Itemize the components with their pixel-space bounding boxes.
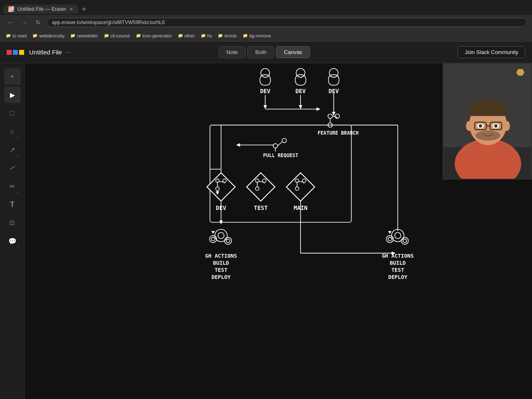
canvas-view-button[interactable]: Canvas [276,46,310,58]
bookmark-newsletter[interactable]: 📁 newsletter [68,32,100,39]
forward-button[interactable]: → [19,18,30,27]
bookmark-bg-remove[interactable]: 📁 bg-remove [240,32,274,39]
svg-text:DEPLOY: DEPLOY [388,274,407,280]
circle-icon: ○ [10,127,15,136]
svg-text:GH ACTIONS: GH ACTIONS [205,253,237,259]
text-icon: T [10,200,15,209]
bookmark-label: bg-remove [249,33,271,38]
bookmark-webdevcody[interactable]: 📁 webdevcody [30,32,67,39]
folder-icon: 📁 [201,33,206,38]
text-tool-button[interactable]: T t [4,196,21,213]
folder-icon: 📁 [6,33,11,38]
browser-tab[interactable]: Untitled File — Eraser ✕ [3,5,78,14]
bookmark-hs[interactable]: 📁 hs [198,32,215,39]
folder-icon: 📁 [243,33,248,38]
note-view-button[interactable]: Note [219,46,246,58]
main-layout: + ▶ v □ r ○ o ↗ a / l ✏ [0,63,532,399]
logo-blue [13,50,18,55]
svg-point-96 [503,121,510,131]
svg-point-95 [466,121,473,131]
video-overlay [443,63,532,180]
svg-text:GH ACTIONS: GH ACTIONS [382,253,414,259]
circle-tool-button[interactable]: ○ o [4,123,21,140]
folder-icon: 📁 [32,33,37,38]
both-view-button[interactable]: Both [247,46,274,58]
folder-icon: 📁 [104,33,109,38]
folder-icon: 📁 [178,33,183,38]
svg-text:BUILD: BUILD [213,260,229,266]
app-logo [7,50,24,55]
line-tool-button[interactable]: / l [4,160,21,176]
bookmark-label: cli-course [111,33,130,38]
folder-icon: 📁 [70,33,75,38]
bookmarks-bar: 📁 to read 📁 webdevcody 📁 newsletter 📁 cl… [0,30,532,42]
canvas-area[interactable]: DEV DEV DEV [25,63,532,399]
line-icon: / [8,164,16,172]
logo-yellow [19,50,24,55]
add-tool-button[interactable]: + [4,68,21,85]
header-right: Join Slack Community [458,46,525,58]
svg-point-93 [494,124,498,128]
svg-rect-86 [469,108,507,116]
bookmark-tennis[interactable]: 📁 tennis [215,32,239,39]
svg-text:DEPLOY: DEPLOY [212,274,231,280]
comment-tool-button[interactable]: 💬 c [4,233,21,249]
svg-text:DEV: DEV [260,88,271,94]
address-bar[interactable]: app.eraser.io/workspace/gUs88TVW59Rxkcsu… [47,18,527,27]
tab-close-button[interactable]: ✕ [69,7,73,12]
select-icon: ▶ [10,91,15,99]
folder-icon: 📁 [136,33,141,38]
frame-icon: ⊡ [10,219,15,227]
rect-tool-button[interactable]: □ r [4,105,21,121]
bookmark-label: icon-generator [143,33,172,38]
join-slack-button[interactable]: Join Slack Community [458,46,525,58]
svg-text:TEST: TEST [214,267,227,273]
svg-text:DEV: DEV [296,88,306,94]
back-button[interactable]: ← [5,18,16,27]
video-person [443,64,531,179]
bookmark-label: to read [12,33,27,38]
rect-icon: □ [10,109,15,118]
more-options-button[interactable]: ··· [65,49,71,56]
svg-text:BUILD: BUILD [390,260,406,266]
file-title: Untitled File [29,49,62,56]
bookmark-label: newsletter [77,33,98,38]
pen-icon: ✏ [10,182,15,190]
new-tab-button[interactable]: + [81,5,86,14]
arrow-icon: ↗ [10,146,15,154]
svg-point-94 [475,131,500,140]
app-container: Untitled File ··· Note Both Canvas Join … [0,42,532,399]
navigation-bar: ← → ↻ app.eraser.io/workspace/gUs88TVW59… [0,15,532,30]
select-tool-button[interactable]: ▶ v [4,86,21,103]
view-switcher: Note Both Canvas [71,46,458,58]
svg-text:FEATURE BRANCH: FEATURE BRANCH [318,130,359,136]
bookmark-label: other [185,33,195,38]
address-text: app.eraser.io/workspace/gUs88TVW59Rxkcsu… [52,20,165,25]
add-icon: + [10,73,14,80]
folder-icon: 📁 [218,33,223,38]
app-header: Untitled File ··· Note Both Canvas Join … [0,42,532,63]
svg-point-92 [479,124,482,128]
svg-text:PULL REQUEST: PULL REQUEST [263,153,298,158]
svg-text:TEST: TEST [392,267,404,273]
bookmark-to-read[interactable]: 📁 to read [3,32,29,39]
left-toolbar: + ▶ v □ r ○ o ↗ a / l ✏ [0,63,25,399]
tab-title: Untitled File — Eraser [17,6,66,12]
bookmark-cli-course[interactable]: 📁 cli-course [101,32,133,39]
comment-icon: 💬 [8,237,17,245]
tab-favicon [8,6,14,12]
logo-red [7,50,12,55]
bookmark-icon-generator[interactable]: 📁 icon-generator [133,32,175,39]
bookmark-label: tennis [224,33,236,38]
svg-text:TEST: TEST [254,204,268,211]
bookmark-other[interactable]: 📁 other [175,32,197,39]
bookmark-label: hs [207,33,212,38]
pen-tool-button[interactable]: ✏ p [4,178,21,195]
arrow-tool-button[interactable]: ↗ a [4,141,21,158]
frame-tool-button[interactable]: ⊡ f [4,214,21,231]
refresh-button[interactable]: ↻ [33,18,43,27]
tab-bar: Untitled File — Eraser ✕ + [0,0,532,15]
bookmark-label: webdevcody [39,33,64,38]
